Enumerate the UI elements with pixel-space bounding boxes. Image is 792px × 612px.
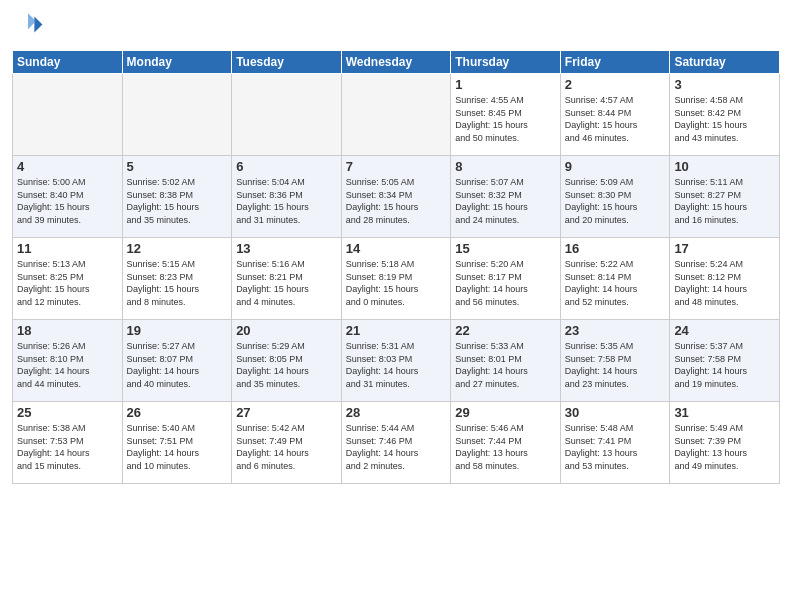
calendar-cell: 6Sunrise: 5:04 AM Sunset: 8:36 PM Daylig… <box>232 156 342 238</box>
day-info: Sunrise: 5:05 AM Sunset: 8:34 PM Dayligh… <box>346 176 447 226</box>
weekday-header: Tuesday <box>232 51 342 74</box>
calendar-cell: 17Sunrise: 5:24 AM Sunset: 8:12 PM Dayli… <box>670 238 780 320</box>
logo <box>12 10 48 42</box>
calendar-header-row: SundayMondayTuesdayWednesdayThursdayFrid… <box>13 51 780 74</box>
calendar-cell: 19Sunrise: 5:27 AM Sunset: 8:07 PM Dayli… <box>122 320 232 402</box>
calendar-cell: 29Sunrise: 5:46 AM Sunset: 7:44 PM Dayli… <box>451 402 561 484</box>
calendar-week-row: 11Sunrise: 5:13 AM Sunset: 8:25 PM Dayli… <box>13 238 780 320</box>
day-number: 11 <box>17 241 118 256</box>
calendar-cell: 27Sunrise: 5:42 AM Sunset: 7:49 PM Dayli… <box>232 402 342 484</box>
calendar-cell: 13Sunrise: 5:16 AM Sunset: 8:21 PM Dayli… <box>232 238 342 320</box>
day-info: Sunrise: 5:29 AM Sunset: 8:05 PM Dayligh… <box>236 340 337 390</box>
day-info: Sunrise: 4:55 AM Sunset: 8:45 PM Dayligh… <box>455 94 556 144</box>
calendar-week-row: 1Sunrise: 4:55 AM Sunset: 8:45 PM Daylig… <box>13 74 780 156</box>
weekday-header: Monday <box>122 51 232 74</box>
day-info: Sunrise: 5:26 AM Sunset: 8:10 PM Dayligh… <box>17 340 118 390</box>
day-info: Sunrise: 5:09 AM Sunset: 8:30 PM Dayligh… <box>565 176 666 226</box>
day-number: 19 <box>127 323 228 338</box>
weekday-header: Friday <box>560 51 670 74</box>
day-number: 29 <box>455 405 556 420</box>
calendar-cell: 22Sunrise: 5:33 AM Sunset: 8:01 PM Dayli… <box>451 320 561 402</box>
day-number: 28 <box>346 405 447 420</box>
day-number: 3 <box>674 77 775 92</box>
calendar-cell <box>341 74 451 156</box>
day-info: Sunrise: 5:33 AM Sunset: 8:01 PM Dayligh… <box>455 340 556 390</box>
calendar-cell: 9Sunrise: 5:09 AM Sunset: 8:30 PM Daylig… <box>560 156 670 238</box>
day-info: Sunrise: 5:18 AM Sunset: 8:19 PM Dayligh… <box>346 258 447 308</box>
calendar-cell: 26Sunrise: 5:40 AM Sunset: 7:51 PM Dayli… <box>122 402 232 484</box>
calendar-cell: 21Sunrise: 5:31 AM Sunset: 8:03 PM Dayli… <box>341 320 451 402</box>
svg-marker-0 <box>34 16 42 32</box>
calendar-cell <box>122 74 232 156</box>
day-info: Sunrise: 5:02 AM Sunset: 8:38 PM Dayligh… <box>127 176 228 226</box>
day-number: 18 <box>17 323 118 338</box>
calendar-cell: 1Sunrise: 4:55 AM Sunset: 8:45 PM Daylig… <box>451 74 561 156</box>
day-number: 13 <box>236 241 337 256</box>
day-number: 22 <box>455 323 556 338</box>
day-number: 17 <box>674 241 775 256</box>
day-info: Sunrise: 5:49 AM Sunset: 7:39 PM Dayligh… <box>674 422 775 472</box>
calendar-week-row: 4Sunrise: 5:00 AM Sunset: 8:40 PM Daylig… <box>13 156 780 238</box>
calendar-cell: 31Sunrise: 5:49 AM Sunset: 7:39 PM Dayli… <box>670 402 780 484</box>
calendar-cell <box>232 74 342 156</box>
day-number: 24 <box>674 323 775 338</box>
calendar-cell: 14Sunrise: 5:18 AM Sunset: 8:19 PM Dayli… <box>341 238 451 320</box>
calendar-cell: 3Sunrise: 4:58 AM Sunset: 8:42 PM Daylig… <box>670 74 780 156</box>
calendar-cell: 16Sunrise: 5:22 AM Sunset: 8:14 PM Dayli… <box>560 238 670 320</box>
calendar-cell: 8Sunrise: 5:07 AM Sunset: 8:32 PM Daylig… <box>451 156 561 238</box>
day-info: Sunrise: 5:11 AM Sunset: 8:27 PM Dayligh… <box>674 176 775 226</box>
weekday-header: Sunday <box>13 51 123 74</box>
day-info: Sunrise: 5:38 AM Sunset: 7:53 PM Dayligh… <box>17 422 118 472</box>
day-info: Sunrise: 5:22 AM Sunset: 8:14 PM Dayligh… <box>565 258 666 308</box>
day-number: 16 <box>565 241 666 256</box>
day-info: Sunrise: 5:40 AM Sunset: 7:51 PM Dayligh… <box>127 422 228 472</box>
day-info: Sunrise: 5:16 AM Sunset: 8:21 PM Dayligh… <box>236 258 337 308</box>
day-number: 30 <box>565 405 666 420</box>
day-info: Sunrise: 5:27 AM Sunset: 8:07 PM Dayligh… <box>127 340 228 390</box>
day-info: Sunrise: 5:04 AM Sunset: 8:36 PM Dayligh… <box>236 176 337 226</box>
calendar-cell: 20Sunrise: 5:29 AM Sunset: 8:05 PM Dayli… <box>232 320 342 402</box>
day-number: 4 <box>17 159 118 174</box>
day-number: 31 <box>674 405 775 420</box>
main-container: SundayMondayTuesdayWednesdayThursdayFrid… <box>0 0 792 612</box>
calendar-cell: 5Sunrise: 5:02 AM Sunset: 8:38 PM Daylig… <box>122 156 232 238</box>
weekday-header: Saturday <box>670 51 780 74</box>
day-info: Sunrise: 5:07 AM Sunset: 8:32 PM Dayligh… <box>455 176 556 226</box>
calendar-cell: 18Sunrise: 5:26 AM Sunset: 8:10 PM Dayli… <box>13 320 123 402</box>
day-number: 5 <box>127 159 228 174</box>
day-info: Sunrise: 5:42 AM Sunset: 7:49 PM Dayligh… <box>236 422 337 472</box>
day-number: 10 <box>674 159 775 174</box>
day-number: 7 <box>346 159 447 174</box>
day-info: Sunrise: 5:44 AM Sunset: 7:46 PM Dayligh… <box>346 422 447 472</box>
day-number: 12 <box>127 241 228 256</box>
calendar-cell: 28Sunrise: 5:44 AM Sunset: 7:46 PM Dayli… <box>341 402 451 484</box>
day-number: 15 <box>455 241 556 256</box>
calendar-week-row: 18Sunrise: 5:26 AM Sunset: 8:10 PM Dayli… <box>13 320 780 402</box>
day-info: Sunrise: 5:13 AM Sunset: 8:25 PM Dayligh… <box>17 258 118 308</box>
calendar-cell: 10Sunrise: 5:11 AM Sunset: 8:27 PM Dayli… <box>670 156 780 238</box>
calendar-cell: 4Sunrise: 5:00 AM Sunset: 8:40 PM Daylig… <box>13 156 123 238</box>
day-number: 25 <box>17 405 118 420</box>
day-info: Sunrise: 5:31 AM Sunset: 8:03 PM Dayligh… <box>346 340 447 390</box>
day-number: 6 <box>236 159 337 174</box>
calendar-cell: 30Sunrise: 5:48 AM Sunset: 7:41 PM Dayli… <box>560 402 670 484</box>
day-info: Sunrise: 5:00 AM Sunset: 8:40 PM Dayligh… <box>17 176 118 226</box>
day-info: Sunrise: 5:48 AM Sunset: 7:41 PM Dayligh… <box>565 422 666 472</box>
day-info: Sunrise: 4:58 AM Sunset: 8:42 PM Dayligh… <box>674 94 775 144</box>
calendar-cell: 24Sunrise: 5:37 AM Sunset: 7:58 PM Dayli… <box>670 320 780 402</box>
day-info: Sunrise: 5:37 AM Sunset: 7:58 PM Dayligh… <box>674 340 775 390</box>
calendar-cell <box>13 74 123 156</box>
header <box>12 10 780 42</box>
day-number: 27 <box>236 405 337 420</box>
calendar-cell: 7Sunrise: 5:05 AM Sunset: 8:34 PM Daylig… <box>341 156 451 238</box>
weekday-header: Wednesday <box>341 51 451 74</box>
day-info: Sunrise: 4:57 AM Sunset: 8:44 PM Dayligh… <box>565 94 666 144</box>
calendar-table: SundayMondayTuesdayWednesdayThursdayFrid… <box>12 50 780 484</box>
day-number: 23 <box>565 323 666 338</box>
day-number: 26 <box>127 405 228 420</box>
day-number: 20 <box>236 323 337 338</box>
day-number: 2 <box>565 77 666 92</box>
logo-icon <box>12 10 44 42</box>
day-info: Sunrise: 5:46 AM Sunset: 7:44 PM Dayligh… <box>455 422 556 472</box>
day-info: Sunrise: 5:20 AM Sunset: 8:17 PM Dayligh… <box>455 258 556 308</box>
